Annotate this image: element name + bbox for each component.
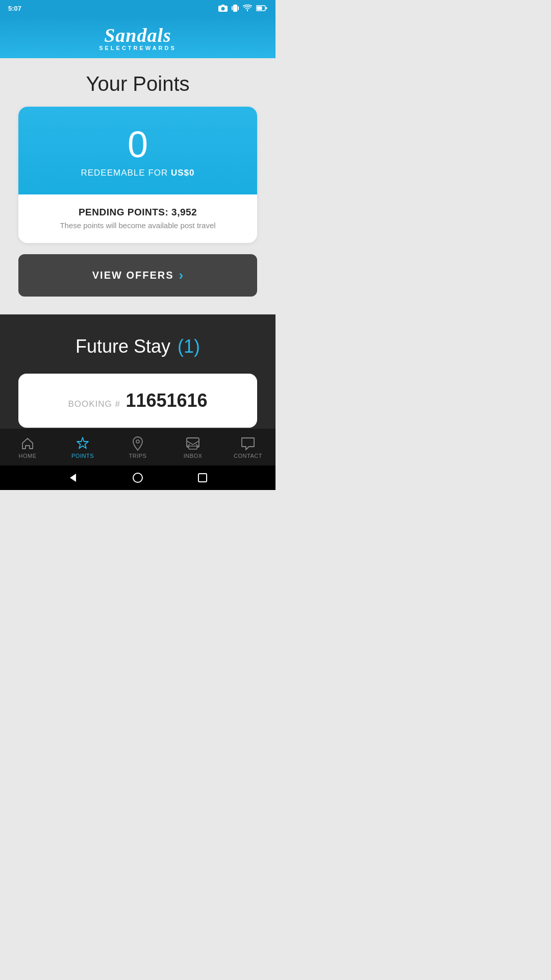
svg-rect-5	[238, 6, 239, 10]
recents-button[interactable]	[195, 471, 210, 485]
points-blue-section: 0 REDEEMABLE FOR US$0	[18, 107, 257, 194]
booking-number: 11651616	[126, 390, 207, 411]
future-stay-section: Future Stay (1) BOOKING # 11651616	[0, 314, 276, 429]
bottom-nav: HOME POINTS TRIPS	[0, 429, 276, 465]
nav-item-trips[interactable]: TRIPS	[110, 436, 165, 459]
svg-rect-4	[232, 6, 233, 10]
svg-rect-8	[266, 7, 267, 9]
svg-marker-12	[70, 474, 76, 482]
svg-rect-14	[198, 474, 207, 482]
nav-item-home[interactable]: HOME	[0, 436, 55, 459]
status-bar: 5:07	[0, 0, 276, 16]
future-stay-count: (1)	[178, 336, 200, 357]
nav-label-points: POINTS	[71, 453, 94, 459]
logo-select: SELECT	[99, 45, 133, 51]
home-button[interactable]	[131, 471, 145, 485]
svg-point-1	[221, 7, 225, 11]
logo-sandals: Sandals	[99, 26, 177, 45]
contact-chat-icon	[241, 436, 255, 451]
logo-rewards: REWARDS	[134, 45, 177, 51]
pending-value: 3,952	[171, 207, 197, 217]
battery-icon	[256, 5, 267, 11]
nav-label-inbox: INBOX	[184, 453, 203, 459]
nav-item-contact[interactable]: CONTACT	[220, 436, 276, 459]
pending-label: PENDING POINTS:	[79, 207, 168, 217]
inbox-icon	[186, 436, 200, 451]
pending-section: PENDING POINTS: 3,952 These points will …	[18, 194, 257, 243]
booking-card[interactable]: BOOKING # 11651616	[18, 374, 257, 428]
svg-rect-3	[233, 5, 237, 12]
nav-label-home: HOME	[19, 453, 37, 459]
home-icon	[20, 436, 35, 451]
svg-point-9	[136, 440, 139, 443]
status-icons	[218, 4, 267, 13]
nav-item-points[interactable]: POINTS	[55, 436, 110, 459]
status-time: 5:07	[8, 5, 21, 12]
future-stay-title: Future Stay	[76, 336, 170, 357]
pending-points: PENDING POINTS: 3,952	[29, 207, 247, 218]
view-offers-button[interactable]: VIEW OFFERS ›	[18, 254, 257, 297]
pending-subtitle: These points will become available post …	[29, 221, 247, 230]
vibrate-icon	[232, 4, 239, 13]
page-title: Your Points	[0, 58, 276, 107]
app-header: Sandals SELECTREWARDS	[0, 16, 276, 58]
nav-label-trips: TRIPS	[129, 453, 147, 459]
redeemable-amount: US$0	[171, 168, 195, 178]
main-content: Your Points 0 REDEEMABLE FOR US$0 PENDIN…	[0, 58, 276, 314]
future-stay-header: Future Stay (1)	[18, 336, 257, 357]
points-card: 0 REDEEMABLE FOR US$0 PENDING POINTS: 3,…	[18, 107, 257, 243]
points-star-icon	[76, 436, 90, 451]
android-nav-bar	[0, 465, 276, 490]
photo-icon	[218, 5, 228, 12]
svg-rect-2	[221, 5, 224, 6]
view-offers-label: VIEW OFFERS	[92, 270, 174, 281]
wifi-icon	[243, 5, 252, 12]
svg-rect-7	[257, 7, 262, 10]
logo: Sandals SELECTREWARDS	[99, 26, 177, 51]
booking-label: BOOKING #	[68, 399, 120, 409]
redeemable-text: REDEEMABLE FOR US$0	[29, 168, 247, 178]
nav-label-contact: CONTACT	[234, 453, 262, 459]
svg-rect-11	[189, 446, 197, 449]
svg-point-13	[133, 473, 142, 482]
trips-pin-icon	[131, 436, 145, 451]
points-value: 0	[29, 126, 247, 163]
nav-item-inbox[interactable]: INBOX	[165, 436, 220, 459]
redeemable-label: REDEEMABLE FOR	[81, 168, 168, 178]
view-offers-arrow-icon: ›	[179, 267, 184, 283]
logo-subtitle: SELECTREWARDS	[99, 45, 177, 51]
back-button[interactable]	[66, 471, 80, 485]
